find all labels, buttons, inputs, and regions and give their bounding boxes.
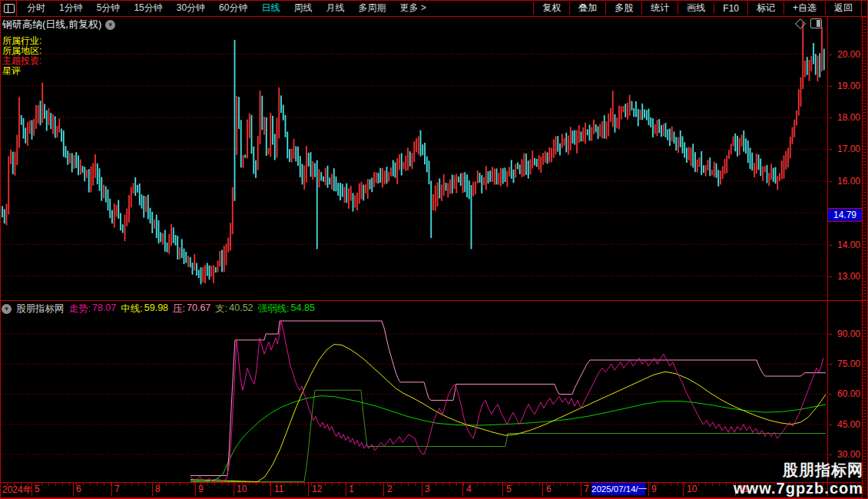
price-label: 20.00 [830, 49, 860, 60]
menu-item-diejia[interactable]: 叠加 [569, 2, 605, 15]
panel-divider [0, 300, 868, 301]
menu-item-1min[interactable]: 1分钟 [52, 2, 90, 15]
menu-item-fanhui[interactable]: 返回 [825, 2, 861, 15]
menu-item-zixuan[interactable]: +自选 [784, 2, 825, 15]
period-menu: 分时 1分钟 5分钟 15分钟 30分钟 60分钟 日线 周线 月线 多周期 更… [20, 0, 433, 16]
price-label: 13.00 [830, 271, 860, 282]
menu-item-daily[interactable]: 日线 [254, 2, 287, 15]
price-label: 18.00 [830, 112, 860, 123]
menu-item-duogu[interactable]: 多股 [605, 2, 641, 15]
right-tick-strip [863, 17, 866, 496]
time-axis[interactable] [0, 482, 862, 498]
star-rating-label[interactable]: 星评 [2, 64, 21, 78]
chart-title: 钢研高纳(日线,前复权) ▾ [2, 18, 115, 31]
menu-item-more[interactable]: 更多 > [393, 2, 432, 15]
value-label: 75.00 [830, 359, 860, 369]
menu-item-tongji[interactable]: 统计 [641, 2, 678, 15]
value-label: 60.00 [830, 388, 860, 399]
chevron-down-icon[interactable]: ▾ [105, 20, 115, 30]
price-label: 14.00 [830, 240, 860, 250]
panel-toggle-icon[interactable] [4, 4, 15, 13]
chevron-down-icon[interactable]: ▾ [2, 304, 12, 314]
indicator-ya: 压:70.67 [173, 302, 210, 316]
split-window-icon[interactable] [810, 18, 822, 28]
watermark: 股朋指标网 www.7gpzb.com [734, 461, 863, 497]
menu-item-fuquan[interactable]: 复权 [533, 2, 569, 15]
menu-item-biaoji[interactable]: 标记 [747, 2, 784, 15]
indicator-zhi: 支:40.52 [215, 302, 253, 316]
price-label: 17.00 [830, 144, 860, 154]
top-menu-bar: 分时 1分钟 5分钟 15分钟 30分钟 60分钟 日线 周线 月线 多周期 更… [0, 0, 868, 17]
watermark-url: www.7gpzb.com [734, 479, 863, 497]
indicator-line-chart[interactable] [2, 317, 827, 482]
last-price-badge: 14.79 [828, 208, 862, 222]
menu-item-fenshi[interactable]: 分时 [20, 2, 52, 15]
indicator-source[interactable]: 股朋指标网 [16, 302, 65, 316]
main-candlestick-chart[interactable] [2, 17, 827, 300]
indicator-qiangruoxian: 强弱线:54.85 [258, 302, 315, 316]
menu-item-30min[interactable]: 30分钟 [170, 2, 212, 15]
menu-item-60min[interactable]: 60分钟 [212, 2, 254, 15]
value-label: 45.00 [830, 419, 860, 430]
menu-item-monthly[interactable]: 月线 [319, 2, 351, 15]
price-label: 19.00 [830, 81, 860, 91]
indicator-zoushi: 走势:78.07 [69, 302, 117, 316]
axis-border [827, 17, 828, 496]
menu-item-huaxian[interactable]: 画线 [678, 2, 714, 15]
price-label: 16.00 [830, 176, 860, 187]
menu-item-f10[interactable]: F10 [714, 3, 747, 14]
date-highlight-badge: 2025/07/14/一 [591, 483, 645, 495]
menu-item-5min[interactable]: 5分钟 [90, 2, 128, 15]
value-label: 30.00 [830, 449, 860, 460]
value-label: 90.00 [830, 329, 860, 339]
stock-title: 钢研高纳(日线,前复权) [2, 18, 101, 31]
indicator-zhongxian: 中线:59.98 [121, 302, 168, 316]
divider [16, 0, 17, 16]
tool-menu: 复权 叠加 多股 统计 画线 F10 标记 +自选 返回 [533, 0, 862, 16]
watermark-brand: 股朋指标网 [734, 461, 863, 479]
indicator-header: ▾ 股朋指标网 走势:78.07 中线:59.98 压:70.67 支:40.5… [2, 302, 315, 316]
menu-item-weekly[interactable]: 周线 [287, 2, 319, 15]
menu-item-multiperiod[interactable]: 多周期 [351, 2, 393, 15]
menu-item-15min[interactable]: 15分钟 [127, 2, 169, 15]
